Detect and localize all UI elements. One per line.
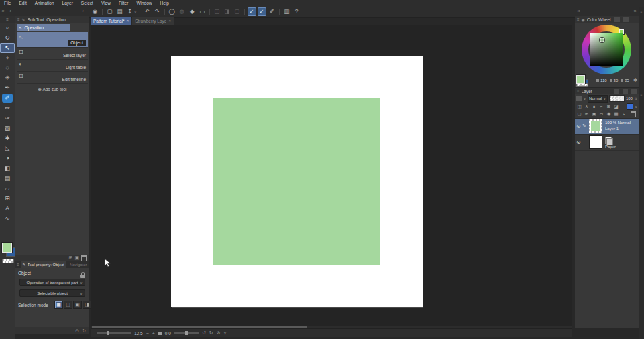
toolbar-overflow-left-icon[interactable]: ‹ — [82, 7, 84, 16]
tool-decoration-icon[interactable]: ✱ — [0, 133, 15, 143]
color-marker[interactable] — [600, 38, 604, 42]
close-icon[interactable]: × — [127, 17, 129, 25]
antialias-smooth-icon[interactable]: ✓ — [258, 7, 266, 16]
rotate-left-icon[interactable]: ↺ — [202, 330, 206, 336]
add-sub-tool-button[interactable]: ⊕ Add sub tool — [15, 87, 89, 92]
new-document-icon[interactable]: ▢ — [105, 7, 114, 16]
strip-menu-icon[interactable]: ≡ — [639, 9, 644, 13]
layer-name[interactable]: Layer 1 — [605, 127, 619, 131]
layer-row-paper[interactable]: ⊙ Paper — [575, 135, 639, 151]
menu-edit[interactable]: Edit — [15, 0, 30, 7]
clip-at-layer-below-icon[interactable]: ⊼ — [584, 104, 590, 109]
menu-window[interactable]: Window — [132, 0, 156, 7]
menu-layer[interactable]: Layer — [58, 0, 77, 7]
new-layer-folder-icon[interactable]: ▣ — [591, 111, 597, 117]
slider-handle[interactable] — [185, 331, 188, 335]
reset-all-settings-icon[interactable]: ↻ — [82, 328, 86, 334]
app-logo-icon[interactable]: ◉ — [91, 7, 99, 16]
rotate-right-icon[interactable]: ↻ — [209, 330, 213, 336]
sub-tool-group-operation[interactable]: ↖ Operation — [17, 24, 70, 31]
menu-select[interactable]: Select — [77, 0, 97, 7]
undo-icon[interactable]: ↶ — [143, 7, 152, 16]
foreground-color-swatch[interactable] — [2, 243, 12, 253]
fill-icon[interactable]: ◆ — [188, 7, 197, 16]
collapsed-panel-strip[interactable]: ≡ ≡ — [639, 7, 644, 339]
selection-border-icon[interactable]: ▭ — [198, 7, 207, 16]
tool-fill-icon[interactable]: ◧ — [0, 163, 15, 174]
collapse-left-panel-icon-2[interactable]: ‹ — [9, 7, 11, 16]
timeline-tab-icon[interactable] — [631, 89, 637, 94]
apply-mask-icon[interactable]: ◔ — [621, 112, 627, 117]
deselect-icon[interactable]: ◯ — [168, 7, 176, 16]
duplicate-sub-tool-icon[interactable]: ▣ — [74, 255, 79, 261]
sub-tool-item-light-table[interactable]: ◐ Light table — [17, 59, 88, 72]
menu-help[interactable]: Help — [156, 0, 173, 7]
close-icon[interactable]: × — [168, 17, 171, 25]
layer-thumbnail-size-icon[interactable] — [576, 96, 582, 101]
tool-gradient-icon[interactable]: ▤ — [0, 174, 15, 184]
layer-name[interactable]: Paper — [605, 145, 616, 149]
opacity-slider[interactable] — [609, 95, 625, 102]
fit-to-screen-icon[interactable] — [158, 332, 162, 335]
set-as-draft-layer-icon[interactable]: ◪ — [613, 104, 619, 109]
menu-animation[interactable]: Animation — [31, 0, 58, 7]
layer-row-layer-1[interactable]: ⊙ ✎ 100 % Normal Layer 1 — [575, 119, 639, 135]
zoom-in-button[interactable]: + — [152, 331, 155, 336]
antialias-on-icon[interactable]: ✓ — [248, 7, 256, 16]
panel-menu-icon[interactable]: ≡ — [15, 263, 19, 267]
layer-visibility-eye-icon[interactable]: ⊙ — [576, 139, 581, 145]
transparent-part-dropdown[interactable]: Operation of transparent part ∨ — [19, 279, 85, 286]
chevron-down-icon[interactable]: ∨ — [584, 96, 586, 100]
open-file-icon[interactable]: ▤ — [115, 7, 124, 16]
selection-mode-replace-icon[interactable]: ▦ — [54, 301, 63, 309]
zoom-slider[interactable] — [97, 332, 131, 334]
lock-icon[interactable] — [80, 275, 85, 278]
tab-navigator[interactable]: Navigator — [68, 263, 89, 267]
reset-rotation-icon[interactable]: ⊘ — [217, 330, 221, 336]
layer-thumbnail[interactable] — [589, 119, 602, 133]
tool-zoom-icon[interactable]: ⌕ — [0, 23, 15, 33]
tool-blend-icon[interactable]: ◑ — [0, 153, 15, 163]
chevron-down-icon[interactable]: ∨ — [635, 105, 637, 109]
color-set-tab-icon[interactable] — [623, 17, 629, 22]
canvas-area[interactable] — [91, 25, 572, 326]
transfer-to-lower-layer-icon[interactable]: ⊟ — [598, 111, 604, 117]
snap-ruler-icon[interactable]: ◫ — [213, 7, 221, 16]
gear-icon[interactable]: ✱ — [633, 78, 637, 83]
tool-airbrush-icon[interactable]: ▨ — [0, 123, 15, 133]
snap-special-ruler-icon[interactable]: ◨ — [223, 7, 231, 16]
collapse-right-panel-icon[interactable]: « — [577, 7, 580, 16]
tool-figure-icon[interactable]: ▱ — [0, 184, 15, 194]
pen-pressure-icon[interactable]: ✐ — [268, 7, 276, 16]
add-sub-tool-footer-icon[interactable]: ⊞ — [69, 255, 73, 261]
foreground-color-swatch[interactable] — [576, 75, 585, 84]
workspace-icon[interactable]: ▥ — [282, 7, 291, 16]
reset-view-icon[interactable]: × — [224, 331, 227, 336]
menu-file[interactable]: File — [0, 0, 15, 7]
transparent-color-swatch[interactable] — [2, 259, 14, 263]
delete-layer-icon[interactable] — [631, 111, 636, 117]
create-layer-mask-icon[interactable]: ▦ — [613, 111, 619, 117]
tool-auto-select-icon[interactable]: ✳ — [0, 73, 15, 83]
selection-mode-add-icon[interactable]: ◫ — [64, 301, 72, 309]
expand-right-panel-icon[interactable]: » — [634, 7, 637, 16]
layer-search-tab-icon[interactable] — [623, 89, 628, 94]
tool-palette-menu-icon[interactable]: ≡ — [0, 16, 15, 23]
panel-menu-icon[interactable]: ≡ — [17, 17, 20, 21]
tool-move-icon[interactable]: ⌖ — [0, 53, 15, 63]
save-export-icon[interactable]: ↧ — [125, 7, 134, 16]
saturation-value-square[interactable] — [590, 33, 623, 66]
selection-mode-remove-icon[interactable]: ▣ — [73, 301, 82, 309]
reselect-icon[interactable]: ◍ — [178, 7, 186, 16]
zoom-out-button[interactable]: − — [146, 331, 149, 336]
tool-selection-icon[interactable]: ◌ — [0, 63, 15, 73]
tab-pattern-tutorial[interactable]: Pattern Tutorial* × — [91, 17, 131, 25]
reset-tool-icon[interactable]: ⊙ — [75, 328, 79, 334]
delete-sub-tool-icon[interactable] — [81, 255, 87, 261]
layer-color-chip[interactable] — [627, 103, 633, 110]
tab-tool-property[interactable]: ✎ Tool property: Object — [21, 261, 66, 268]
tool-brush-icon[interactable]: ✑ — [0, 113, 15, 123]
lock-transparent-pixel-icon[interactable]: ⌐ — [598, 104, 604, 109]
help-icon[interactable]: ? — [292, 7, 301, 16]
tool-rotate-icon[interactable]: ↻ — [0, 33, 15, 43]
